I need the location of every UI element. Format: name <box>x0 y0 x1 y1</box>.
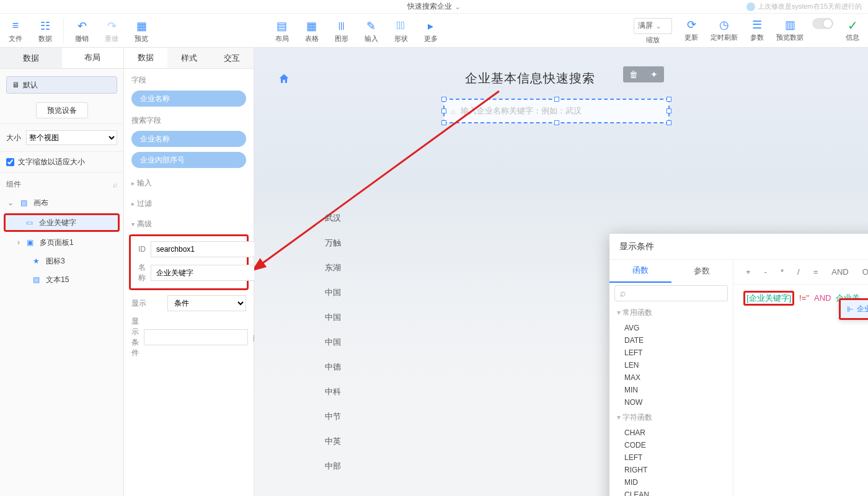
name-label: 名称 <box>138 262 146 283</box>
size-label: 大小 <box>6 133 21 143</box>
operator-row: + - * / = AND OR ( ) < > <= >= != <box>733 260 868 285</box>
layout-button[interactable]: ▤布局 <box>272 18 293 43</box>
input-section[interactable]: 输入 <box>124 170 254 191</box>
fn-item[interactable]: LEN <box>609 359 733 371</box>
preview-button[interactable]: ▦预览 <box>131 18 152 43</box>
op[interactable]: * <box>781 267 784 277</box>
fn-item[interactable]: CLEAN <box>609 489 733 496</box>
op[interactable]: / <box>797 267 800 277</box>
op[interactable]: = <box>813 267 818 277</box>
tree-node-canvas[interactable]: ⌄▤画布 <box>0 193 123 212</box>
result-preview: 武汉万触东湖 中国中国中国 中德中科中节 中英中部 <box>325 206 341 479</box>
suggest-item[interactable]: ⊩ 企业关键字 <box>841 300 868 318</box>
more-button[interactable]: ▸更多 <box>420 18 441 43</box>
refresh-button[interactable]: ⟳更新 <box>681 17 702 42</box>
tree-node-text15[interactable]: ▤文本15 <box>0 270 123 289</box>
info-button[interactable]: ✓信息 <box>842 17 863 42</box>
shape-button[interactable]: ◻⃝形状 <box>391 18 412 43</box>
fit-text-checkbox[interactable] <box>6 158 14 166</box>
expr-field-highlight: [企业关键字] <box>743 291 794 306</box>
home-icon[interactable] <box>278 73 290 85</box>
zoom-select[interactable]: 满屏⌄ 缩放 <box>634 17 672 45</box>
name-row: 名称 <box>131 260 247 286</box>
size-select[interactable]: 整个视图 <box>26 130 117 145</box>
fn-item[interactable]: AVG <box>609 322 733 334</box>
delete-icon[interactable]: 🗑 <box>629 69 638 79</box>
fn-item[interactable]: NOW <box>609 396 733 409</box>
search-field-pill-1[interactable]: 企业名称 <box>131 131 246 147</box>
fit-text-label: 文字缩放以适应大小 <box>18 157 85 167</box>
left-panel: 数据 布局 🖥 默认 预览设备 大小 整个视图 文字缩放以适应大小 组件 ⌕ ⌄… <box>0 48 124 496</box>
fn-item[interactable]: MIN <box>609 384 733 396</box>
function-search[interactable]: ⌕ <box>614 285 728 301</box>
tree-node-icon3[interactable]: ★图标3 <box>0 252 123 270</box>
op[interactable]: - <box>764 267 767 277</box>
fn-item[interactable]: CHAR <box>609 427 733 439</box>
fn-group-string[interactable]: 字符函数 <box>609 409 733 427</box>
tab-prop-inter[interactable]: 交互 <box>210 48 254 68</box>
canvas-icon: ▤ <box>17 197 30 209</box>
search-icon: ⌕ <box>620 288 626 299</box>
preview-device-button[interactable]: 预览设备 <box>36 102 88 118</box>
search-field-pill-2[interactable]: 企业内部序号 <box>131 152 246 168</box>
tab-prop-style[interactable]: 样式 <box>167 48 211 68</box>
undo-button[interactable]: ↶撤销 <box>71 18 92 43</box>
name-input[interactable] <box>151 265 255 281</box>
params-button[interactable]: ☰参数 <box>746 17 768 42</box>
page-title: 企业基本信息快速搜索 <box>465 70 595 87</box>
fn-item[interactable]: RIGHT <box>609 464 733 476</box>
monitor-icon: 🖥 <box>12 81 19 89</box>
dialog-right: + - * / = AND OR ( ) < > <= >= != <box>733 260 868 496</box>
info-toggle[interactable] <box>812 17 833 39</box>
id-input[interactable] <box>151 241 255 257</box>
fn-item[interactable]: MAX <box>609 371 733 384</box>
timed-refresh-button[interactable]: ◷定时刷新 <box>711 17 738 42</box>
search-icon[interactable]: ⌕ <box>113 180 117 189</box>
widget-toolbar[interactable]: 🗑 ✦ <box>623 66 664 82</box>
dialog-left: 函数 参数 ⌕ 常用函数 AVG DATE LEFT LEN MAX MIN N… <box>609 260 733 496</box>
showcond-input[interactable] <box>144 329 248 345</box>
preview-data-button[interactable]: ▥预览数据 <box>776 17 804 42</box>
field-icon: ⊩ <box>847 305 853 314</box>
show-select[interactable]: 条件 <box>167 295 246 311</box>
doc-title[interactable]: 快速搜索企业 <box>407 1 452 12</box>
fit-text-row[interactable]: 文字缩放以适应大小 <box>0 152 123 173</box>
design-canvas[interactable]: 企业基本信息快速搜索 🗑 ✦ ⌕ 输入企业名称关键字：例如：武汉 武汉万触东湖 … <box>254 48 868 496</box>
chart-button[interactable]: ⫼图形 <box>331 18 352 43</box>
tree-node-multipanel[interactable]: ›▣多页面板1 <box>0 233 123 252</box>
dialog-title: 显示条件 <box>619 241 654 252</box>
tab-layout[interactable]: 布局 <box>62 48 124 68</box>
file-button[interactable]: ≡文件 <box>5 18 26 43</box>
fn-item[interactable]: LEFT <box>609 451 733 464</box>
tree-node-keyword[interactable]: ▭企业关键字 <box>4 213 120 232</box>
id-name-highlight: ID 名称 <box>129 234 249 290</box>
fn-group-common[interactable]: 常用函数 <box>609 304 733 322</box>
fn-item[interactable]: MID <box>609 476 733 489</box>
tab-prop-data[interactable]: 数据 <box>124 48 167 68</box>
data-button[interactable]: ☷数据 <box>35 18 56 43</box>
main-toolbar: ≡文件 ☷数据 ↶撤销 ↷重做 ▦预览 ▤布局 ▦表格 ⫼图形 ✎输入 ◻⃝形状… <box>0 14 868 48</box>
fn-item[interactable]: CODE <box>609 439 733 451</box>
tab-functions[interactable]: 函数 <box>609 260 671 283</box>
autocomplete-popup[interactable]: ⊩ 企业关键字 <box>839 298 868 320</box>
expression-editor[interactable]: [企业关键字] !='' AND 企业关 ⊩ 企业关键字 <box>733 285 868 496</box>
op[interactable]: + <box>746 267 751 277</box>
tab-data[interactable]: 数据 <box>0 48 62 68</box>
default-layout-row[interactable]: 🖥 默认 <box>6 76 117 94</box>
input-button[interactable]: ✎输入 <box>361 18 382 43</box>
selected-searchbox[interactable]: ⌕ 输入企业名称关键字：例如：武汉 <box>443 99 670 123</box>
property-panel: 数据 样式 交互 字段 企业名称 搜索字段 企业名称 企业内部序号 输入 过滤 … <box>124 48 254 496</box>
component-tree: ⌄▤画布 ▭企业关键字 ›▣多页面板1 ★图标3 ▤文本15 <box>0 193 123 289</box>
chevron-down-icon[interactable]: ⌄ <box>454 2 461 11</box>
op[interactable]: AND <box>831 267 848 277</box>
tab-params[interactable]: 参数 <box>671 260 733 283</box>
op[interactable]: OR <box>862 267 868 277</box>
table-button[interactable]: ▦表格 <box>301 18 322 43</box>
fn-item[interactable]: LEFT <box>609 347 733 359</box>
advanced-section[interactable]: 高级 <box>124 211 254 232</box>
filter-section[interactable]: 过滤 <box>124 191 254 211</box>
search-icon: ⌕ <box>451 107 456 116</box>
field-pill[interactable]: 企业名称 <box>131 91 246 107</box>
more-icon[interactable]: ✦ <box>650 69 658 79</box>
fn-item[interactable]: DATE <box>609 334 733 347</box>
